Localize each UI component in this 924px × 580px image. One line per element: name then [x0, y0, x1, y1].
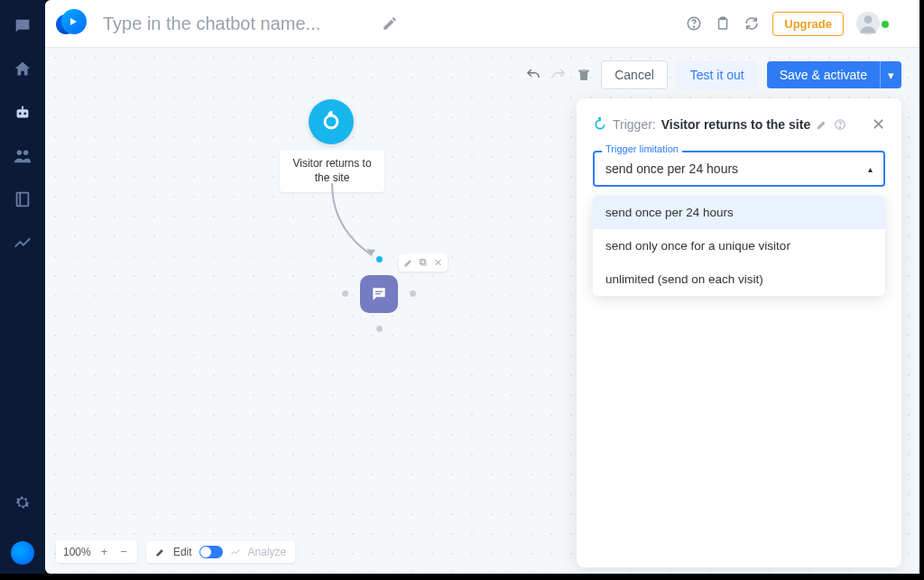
svg-rect-3 — [22, 106, 23, 110]
panel-help-icon[interactable] — [834, 118, 846, 131]
canvas-toolbar: Cancel Test it out Save & activate ▾ — [525, 60, 901, 89]
home-icon[interactable] — [13, 60, 32, 79]
svg-point-19 — [840, 126, 841, 127]
trigger-node[interactable] — [309, 99, 354, 144]
cancel-button[interactable]: Cancel — [601, 60, 668, 89]
edit-name-icon[interactable] — [382, 15, 398, 32]
analyze-icon — [230, 547, 241, 557]
bottom-toolbar: 100% + − Edit Analyze — [56, 540, 295, 563]
zoom-in-button[interactable]: + — [98, 545, 111, 558]
select-value: send once per 24 hours — [605, 161, 738, 176]
edit-mode-label[interactable]: Edit — [173, 546, 192, 558]
svg-point-1 — [19, 113, 22, 115]
flow-connector — [325, 183, 379, 264]
analytics-icon[interactable] — [13, 233, 32, 253]
panel-trigger-prefix: Trigger: — [613, 117, 656, 132]
node-edit-icon[interactable] — [402, 256, 415, 269]
dropdown-option[interactable]: send only once for a unique visitor — [593, 229, 885, 262]
users-icon[interactable] — [13, 146, 32, 166]
zoom-level: 100% — [63, 546, 91, 558]
message-node[interactable] — [360, 275, 398, 313]
book-icon[interactable] — [13, 189, 32, 209]
help-icon[interactable] — [686, 15, 702, 32]
upgrade-button[interactable]: Upgrade — [772, 12, 844, 36]
save-activate-button[interactable]: Save & activate — [767, 61, 880, 88]
top-header: Type in the chatbot name... Upgrade — [45, 0, 919, 48]
panel-trigger-name: Visitor returns to the site — [661, 117, 810, 132]
zoom-out-button[interactable]: − — [117, 545, 130, 558]
dropdown-option[interactable]: send once per 24 hours — [593, 196, 885, 229]
flow-canvas[interactable]: Cancel Test it out Save & activate ▾ Vis… — [45, 48, 919, 574]
left-sidebar — [0, 0, 45, 574]
bot-icon[interactable] — [13, 103, 32, 123]
settings-icon[interactable] — [13, 493, 32, 512]
svg-point-2 — [23, 113, 26, 115]
svg-rect-15 — [375, 293, 381, 294]
analyze-mode-label[interactable]: Analyze — [248, 546, 287, 558]
node-copy-icon[interactable] — [417, 256, 430, 269]
clipboard-icon[interactable] — [715, 15, 731, 32]
svg-rect-17 — [420, 260, 425, 264]
trigger-limitation-field: Trigger limitation send once per 24 hour… — [593, 151, 885, 187]
user-avatar[interactable] — [856, 12, 880, 35]
chat-icon[interactable] — [13, 16, 32, 36]
svg-rect-10 — [719, 19, 727, 29]
redo-icon[interactable] — [550, 67, 567, 83]
node-action-bar: ✕ — [399, 253, 448, 272]
brand-bubble-icon[interactable] — [11, 541, 34, 565]
refresh-icon[interactable] — [744, 15, 760, 32]
trigger-settings-panel: Trigger: Visitor returns to the site ✕ T… — [577, 98, 901, 567]
trigger-limitation-select[interactable]: send once per 24 hours ▴ — [593, 151, 885, 187]
panel-close-icon[interactable]: ✕ — [872, 115, 885, 134]
chatbot-name-input[interactable]: Type in the chatbot name... — [101, 10, 371, 38]
save-activate-group: Save & activate ▾ — [767, 61, 901, 88]
save-dropdown-button[interactable]: ▾ — [880, 61, 901, 88]
mode-switcher: Edit Analyze — [146, 541, 295, 563]
test-button[interactable]: Test it out — [677, 60, 758, 89]
trigger-node-label: Visitor returns to the site — [280, 150, 384, 192]
node-delete-icon[interactable]: ✕ — [431, 256, 444, 269]
svg-rect-16 — [421, 261, 426, 265]
node-connector-right[interactable] — [410, 290, 416, 297]
svg-rect-14 — [375, 291, 383, 292]
svg-point-12 — [864, 15, 873, 23]
svg-point-5 — [23, 151, 28, 156]
panel-trigger-icon — [593, 117, 607, 132]
pencil-icon — [155, 547, 166, 557]
node-connector-bottom[interactable] — [376, 326, 383, 332]
node-connector-left[interactable] — [342, 290, 348, 297]
undo-icon[interactable] — [525, 67, 541, 83]
zoom-control: 100% + − — [56, 540, 137, 563]
brand-logo — [61, 9, 90, 38]
svg-rect-6 — [17, 193, 29, 207]
field-label: Trigger limitation — [602, 143, 682, 154]
panel-edit-icon[interactable] — [816, 118, 828, 131]
svg-point-9 — [694, 26, 695, 27]
svg-marker-13 — [366, 249, 375, 255]
caret-up-icon: ▴ — [868, 164, 873, 174]
dropdown-option[interactable]: unlimited (send on each visit) — [593, 262, 885, 296]
svg-rect-0 — [17, 109, 29, 117]
svg-point-4 — [17, 151, 22, 156]
node-connector-top[interactable] — [376, 256, 383, 262]
delete-icon[interactable] — [576, 67, 592, 83]
trigger-limitation-dropdown: send once per 24 hours send only once fo… — [593, 196, 885, 296]
mode-toggle[interactable] — [199, 546, 223, 558]
